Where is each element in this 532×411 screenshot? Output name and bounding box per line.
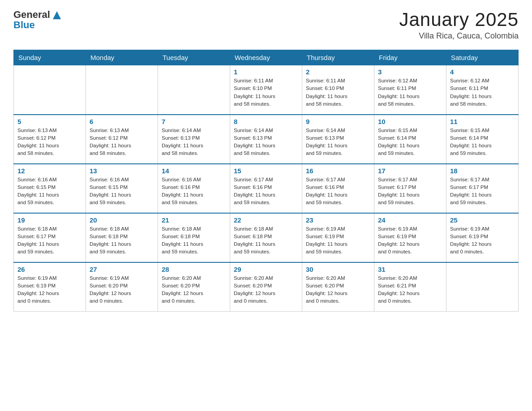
day-info: Sunrise: 6:17 AM Sunset: 6:16 PM Dayligh…: [306, 176, 370, 207]
day-info: Sunrise: 6:15 AM Sunset: 6:14 PM Dayligh…: [378, 127, 442, 158]
calendar-cell: 24Sunrise: 6:19 AM Sunset: 6:19 PM Dayli…: [374, 213, 446, 262]
weekday-header-friday: Friday: [374, 50, 446, 65]
day-number: 25: [450, 216, 515, 224]
day-info: Sunrise: 6:20 AM Sunset: 6:20 PM Dayligh…: [162, 274, 226, 305]
calendar-cell: 26Sunrise: 6:19 AM Sunset: 6:19 PM Dayli…: [14, 262, 86, 312]
logo: General Blue: [13, 9, 61, 31]
calendar-cell: 14Sunrise: 6:16 AM Sunset: 6:16 PM Dayli…: [158, 164, 230, 213]
calendar-body: 1Sunrise: 6:11 AM Sunset: 6:10 PM Daylig…: [14, 65, 519, 312]
day-info: Sunrise: 6:11 AM Sunset: 6:10 PM Dayligh…: [234, 77, 298, 108]
calendar-cell: 3Sunrise: 6:12 AM Sunset: 6:11 PM Daylig…: [374, 65, 446, 115]
day-number: 30: [306, 265, 370, 273]
calendar-cell: 13Sunrise: 6:16 AM Sunset: 6:15 PM Dayli…: [86, 164, 158, 213]
calendar-subtitle: Villa Rica, Cauca, Colombia: [399, 31, 519, 41]
day-number: 11: [450, 118, 515, 125]
day-info: Sunrise: 6:18 AM Sunset: 6:18 PM Dayligh…: [234, 225, 298, 256]
calendar-cell: 12Sunrise: 6:16 AM Sunset: 6:15 PM Dayli…: [14, 164, 86, 213]
day-number: 7: [162, 118, 226, 125]
week-row-1: 1Sunrise: 6:11 AM Sunset: 6:10 PM Daylig…: [14, 65, 519, 115]
day-info: Sunrise: 6:20 AM Sunset: 6:20 PM Dayligh…: [234, 274, 298, 305]
calendar-cell: 30Sunrise: 6:20 AM Sunset: 6:20 PM Dayli…: [302, 262, 374, 312]
day-number: 12: [17, 167, 82, 175]
weekday-header-saturday: Saturday: [446, 50, 519, 65]
day-info: Sunrise: 6:20 AM Sunset: 6:20 PM Dayligh…: [306, 274, 370, 305]
calendar-cell: [446, 262, 519, 312]
calendar-cell: 19Sunrise: 6:18 AM Sunset: 6:17 PM Dayli…: [14, 213, 86, 262]
day-number: 31: [378, 265, 442, 273]
day-number: 26: [17, 265, 82, 273]
day-info: Sunrise: 6:16 AM Sunset: 6:15 PM Dayligh…: [90, 176, 154, 207]
calendar-cell: 2Sunrise: 6:11 AM Sunset: 6:10 PM Daylig…: [302, 65, 374, 115]
day-number: 28: [162, 265, 226, 273]
calendar-cell: 23Sunrise: 6:19 AM Sunset: 6:19 PM Dayli…: [302, 213, 374, 262]
day-info: Sunrise: 6:19 AM Sunset: 6:20 PM Dayligh…: [90, 274, 154, 305]
calendar-cell: 5Sunrise: 6:13 AM Sunset: 6:12 PM Daylig…: [14, 115, 86, 164]
day-number: 23: [306, 216, 370, 224]
calendar-cell: 20Sunrise: 6:18 AM Sunset: 6:18 PM Dayli…: [86, 213, 158, 262]
day-info: Sunrise: 6:13 AM Sunset: 6:12 PM Dayligh…: [17, 127, 82, 158]
week-row-2: 5Sunrise: 6:13 AM Sunset: 6:12 PM Daylig…: [14, 115, 519, 164]
day-number: 19: [17, 216, 82, 224]
calendar-cell: 1Sunrise: 6:11 AM Sunset: 6:10 PM Daylig…: [230, 65, 302, 115]
day-info: Sunrise: 6:14 AM Sunset: 6:13 PM Dayligh…: [162, 127, 226, 158]
day-info: Sunrise: 6:16 AM Sunset: 6:16 PM Dayligh…: [162, 176, 226, 207]
calendar-cell: 28Sunrise: 6:20 AM Sunset: 6:20 PM Dayli…: [158, 262, 230, 312]
day-info: Sunrise: 6:16 AM Sunset: 6:15 PM Dayligh…: [17, 176, 82, 207]
calendar-cell: [158, 65, 230, 115]
day-number: 9: [306, 118, 370, 125]
calendar-cell: 16Sunrise: 6:17 AM Sunset: 6:16 PM Dayli…: [302, 164, 374, 213]
calendar-cell: 31Sunrise: 6:20 AM Sunset: 6:21 PM Dayli…: [374, 262, 446, 312]
day-number: 13: [90, 167, 154, 175]
day-info: Sunrise: 6:17 AM Sunset: 6:17 PM Dayligh…: [450, 176, 515, 207]
weekday-header-sunday: Sunday: [14, 50, 86, 65]
weekday-header-monday: Monday: [86, 50, 158, 65]
day-info: Sunrise: 6:17 AM Sunset: 6:16 PM Dayligh…: [234, 176, 298, 207]
svg-marker-0: [53, 11, 61, 19]
day-number: 17: [378, 167, 442, 175]
week-row-4: 19Sunrise: 6:18 AM Sunset: 6:17 PM Dayli…: [14, 213, 519, 262]
calendar-cell: 21Sunrise: 6:18 AM Sunset: 6:18 PM Dayli…: [158, 213, 230, 262]
day-number: 8: [234, 118, 298, 125]
weekday-header-thursday: Thursday: [302, 50, 374, 65]
day-number: 5: [17, 118, 82, 125]
day-info: Sunrise: 6:19 AM Sunset: 6:19 PM Dayligh…: [306, 225, 370, 256]
day-number: 3: [378, 68, 442, 76]
day-number: 6: [90, 118, 154, 125]
day-number: 10: [378, 118, 442, 125]
logo-triangle-icon: [53, 11, 61, 19]
day-number: 1: [234, 68, 298, 76]
day-number: 16: [306, 167, 370, 175]
calendar-title: January 2025: [399, 9, 519, 30]
day-info: Sunrise: 6:11 AM Sunset: 6:10 PM Dayligh…: [306, 77, 370, 108]
calendar-cell: 6Sunrise: 6:13 AM Sunset: 6:12 PM Daylig…: [86, 115, 158, 164]
day-number: 20: [90, 216, 154, 224]
day-info: Sunrise: 6:14 AM Sunset: 6:13 PM Dayligh…: [306, 127, 370, 158]
calendar-cell: [14, 65, 86, 115]
calendar-cell: [86, 65, 158, 115]
logo-general-text: General: [13, 9, 50, 20]
day-info: Sunrise: 6:14 AM Sunset: 6:13 PM Dayligh…: [234, 127, 298, 158]
calendar-table: SundayMondayTuesdayWednesdayThursdayFrid…: [13, 50, 519, 312]
day-info: Sunrise: 6:19 AM Sunset: 6:19 PM Dayligh…: [450, 225, 515, 256]
calendar-cell: 11Sunrise: 6:15 AM Sunset: 6:14 PM Dayli…: [446, 115, 519, 164]
calendar-header: SundayMondayTuesdayWednesdayThursdayFrid…: [14, 50, 519, 65]
day-number: 18: [450, 167, 515, 175]
calendar-cell: 29Sunrise: 6:20 AM Sunset: 6:20 PM Dayli…: [230, 262, 302, 312]
day-number: 24: [378, 216, 442, 224]
calendar-cell: 4Sunrise: 6:12 AM Sunset: 6:11 PM Daylig…: [446, 65, 519, 115]
day-number: 15: [234, 167, 298, 175]
day-info: Sunrise: 6:12 AM Sunset: 6:11 PM Dayligh…: [450, 77, 515, 108]
day-number: 2: [306, 68, 370, 76]
day-info: Sunrise: 6:20 AM Sunset: 6:21 PM Dayligh…: [378, 274, 442, 305]
day-number: 4: [450, 68, 515, 76]
week-row-3: 12Sunrise: 6:16 AM Sunset: 6:15 PM Dayli…: [14, 164, 519, 213]
day-info: Sunrise: 6:12 AM Sunset: 6:11 PM Dayligh…: [378, 77, 442, 108]
weekday-header-tuesday: Tuesday: [158, 50, 230, 65]
calendar-cell: 7Sunrise: 6:14 AM Sunset: 6:13 PM Daylig…: [158, 115, 230, 164]
logo-blue-text: Blue: [13, 19, 61, 31]
day-info: Sunrise: 6:18 AM Sunset: 6:17 PM Dayligh…: [17, 225, 82, 256]
day-number: 27: [90, 265, 154, 273]
calendar-cell: 22Sunrise: 6:18 AM Sunset: 6:18 PM Dayli…: [230, 213, 302, 262]
calendar-cell: 25Sunrise: 6:19 AM Sunset: 6:19 PM Dayli…: [446, 213, 519, 262]
day-info: Sunrise: 6:19 AM Sunset: 6:19 PM Dayligh…: [17, 274, 82, 305]
